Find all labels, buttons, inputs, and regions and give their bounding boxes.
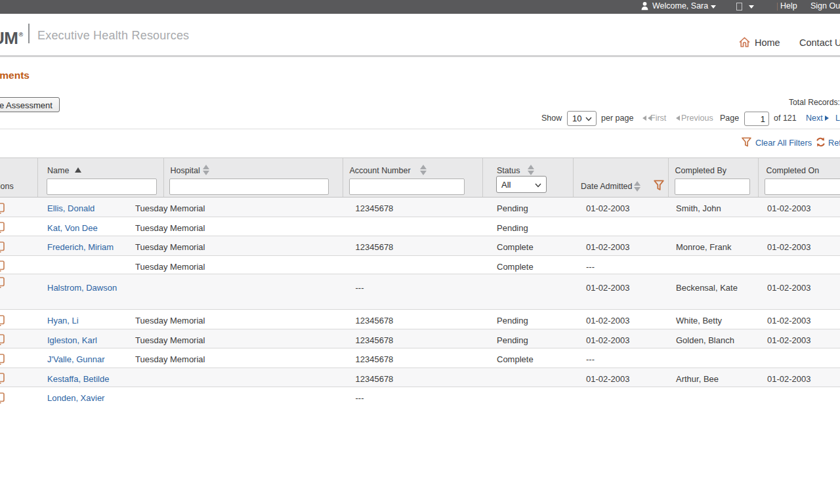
assessment-action-icon[interactable] [0, 277, 5, 291]
create-assessment-button[interactable]: Create Assessment [0, 97, 60, 112]
assessment-action-icon[interactable] [0, 373, 5, 387]
column-header-account[interactable]: Account Number [350, 166, 411, 175]
next-page-icon [825, 116, 829, 121]
cell-account: --- [356, 283, 364, 293]
topbar-separator [777, 3, 778, 10]
column-header-date_admitted[interactable]: Date Admitted [581, 182, 633, 191]
sort-up-icon[interactable] [203, 165, 209, 169]
filter-input-completed_by[interactable] [675, 178, 750, 195]
filter-input-completed_on[interactable] [765, 178, 840, 195]
page-label: Page [720, 114, 739, 123]
sort-down-icon[interactable] [634, 187, 640, 192]
page-number-input[interactable]: 1 [744, 112, 769, 126]
patient-name-link[interactable]: Frederich, Miriam [47, 238, 114, 257]
clear-filters-icon[interactable] [742, 137, 751, 150]
page-size-value: 10 [572, 114, 581, 123]
patient-name-link[interactable]: Halstrom, Dawson [47, 283, 117, 293]
patient-name-link[interactable]: Kestaffa, Betilde [47, 370, 109, 389]
table-header: ActionsNameHospitalAccount NumberStatusA… [0, 158, 840, 198]
status-filter-select[interactable]: All [496, 176, 547, 193]
home-link[interactable]: Home [755, 37, 780, 48]
cell-date_admitted: --- [586, 258, 595, 276]
assessment-action-icon[interactable] [0, 392, 5, 406]
refresh-icon[interactable] [816, 137, 826, 150]
show-label: Show [541, 114, 562, 123]
logo-divider [28, 24, 30, 43]
cell-account: 12345678 [356, 312, 394, 331]
cell-status: Pending [497, 219, 528, 238]
column-separator [343, 158, 343, 197]
sign-out-link[interactable]: Sign Out [810, 0, 840, 13]
patient-name-link[interactable]: J'Valle, Gunnar [47, 350, 105, 369]
cell-completed_on: 01-02-2003 [767, 283, 811, 293]
filter-input-account[interactable] [349, 178, 465, 195]
table-row: J'Valle, GunnarTuesday Memorial12345678C… [0, 348, 840, 368]
app-switcher-icon[interactable] [736, 3, 742, 10]
assessment-action-icon[interactable] [0, 315, 5, 329]
column-header-name[interactable]: Name [47, 166, 69, 175]
optum-logo: OPTUM® [0, 26, 23, 47]
help-link[interactable]: Help [780, 0, 797, 13]
cell-status: Complete [497, 350, 534, 369]
cell-account: 12345678 [356, 238, 394, 257]
first-page-link[interactable]: First [650, 114, 666, 123]
clear-all-filters-link[interactable]: Clear All Filters [755, 138, 812, 148]
home-icon[interactable] [739, 37, 750, 51]
assessment-action-icon[interactable] [0, 334, 5, 348]
assessment-action-icon[interactable] [0, 242, 5, 255]
contact-us-link[interactable]: Contact Us [799, 37, 840, 48]
top-utility-bar: Welcome, Sara Help Sign Out [0, 0, 840, 14]
refresh-link[interactable]: Refresh [828, 138, 840, 148]
assessment-action-icon[interactable] [0, 261, 5, 274]
date-admitted-filter-icon[interactable] [654, 180, 664, 194]
cell-completed_on: 01-02-2003 [767, 331, 811, 350]
patient-name-link[interactable]: Igleston, Karl [47, 331, 97, 350]
section-divider [0, 129, 840, 129]
sort-up-icon[interactable] [634, 181, 640, 186]
table-row: Halstrom, Dawson---01-02-2003Beckensal, … [0, 274, 840, 310]
patient-name-link[interactable]: Ellis, Donald [47, 200, 94, 219]
cell-date_admitted: 01-02-2003 [586, 200, 630, 219]
filter-input-hospital[interactable] [169, 178, 329, 195]
sort-down-icon[interactable] [420, 171, 427, 175]
patient-name-link[interactable]: Kat, Von Dee [47, 219, 98, 238]
cell-completed_by: White, Betty [676, 312, 722, 331]
welcome-user-menu[interactable]: Welcome, Sara [652, 0, 708, 13]
cell-hospital: Tuesday Memorial [135, 258, 205, 276]
table-row: Tuesday MemorialComplete--- [0, 256, 840, 275]
user-menu-caret-icon[interactable] [711, 5, 716, 9]
column-separator [758, 158, 759, 197]
page-size-select[interactable]: 10 [567, 111, 597, 126]
next-page-link[interactable]: Next [806, 114, 829, 123]
sort-up-icon[interactable] [528, 165, 534, 169]
column-header-actions[interactable]: Actions [0, 182, 37, 191]
sort-down-icon[interactable] [528, 171, 534, 175]
previous-page-link[interactable]: Previous [681, 114, 713, 123]
table-row: Kat, Von DeeTuesday MemorialPending [0, 217, 840, 237]
app-switcher-caret-icon[interactable] [749, 5, 754, 9]
cell-account: 12345678 [356, 350, 394, 369]
cell-completed_on: 01-02-2003 [767, 312, 811, 331]
sort-up-icon[interactable] [420, 165, 427, 169]
table-row: Frederich, MiriamTuesday Memorial1234567… [0, 236, 840, 256]
filter-input-name[interactable] [47, 178, 157, 195]
cell-date_admitted: --- [586, 350, 595, 369]
column-header-completed_by[interactable]: Completed By [675, 166, 727, 175]
table-row: Kestaffa, Betilde1234567801-02-2003Arthu… [0, 368, 840, 388]
column-header-completed_on[interactable]: Completed On [766, 166, 820, 175]
sort-ascending-icon[interactable] [75, 167, 81, 173]
column-header-hospital[interactable]: Hospital [171, 166, 200, 175]
cell-completed_on: 01-02-2003 [767, 370, 811, 389]
column-header-status[interactable]: Status [497, 166, 520, 175]
assessment-action-icon[interactable] [0, 203, 5, 217]
last-page-link[interactable]: Last [835, 114, 840, 123]
cell-hospital: Tuesday Memorial [135, 219, 205, 238]
assessment-action-icon[interactable] [0, 222, 5, 236]
assessment-action-icon[interactable] [0, 354, 5, 368]
patient-name-link[interactable]: Hyan, Li [47, 312, 79, 331]
patient-name-link[interactable]: Londen, Xavier [47, 389, 104, 408]
sort-down-icon[interactable] [203, 171, 209, 175]
page-of-label: of 121 [774, 114, 797, 123]
column-separator [573, 158, 574, 197]
registered-mark: ® [18, 32, 23, 38]
